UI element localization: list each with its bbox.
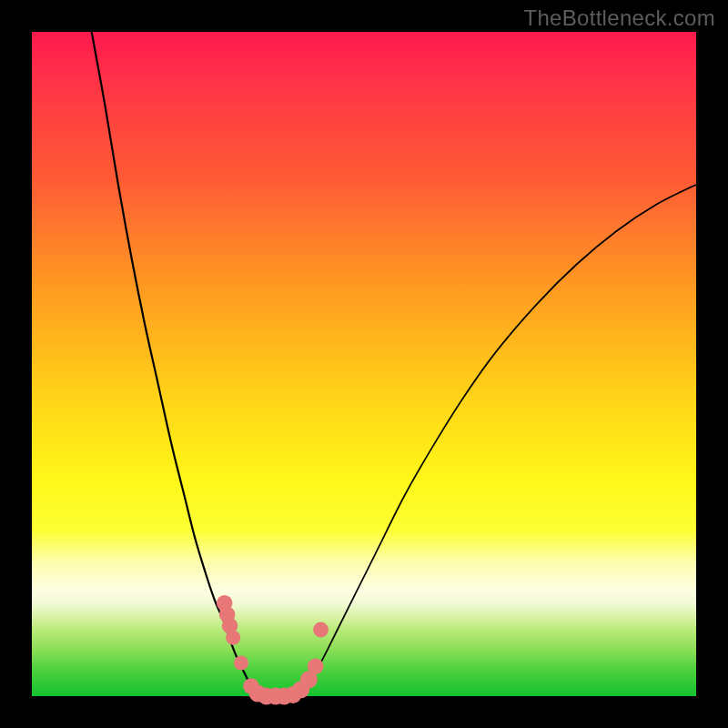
plot-area	[32, 32, 696, 696]
watermark-text: TheBottleneck.com	[523, 5, 715, 31]
curve-right	[298, 185, 696, 696]
marker-dot	[234, 655, 248, 670]
marker-dot	[308, 658, 324, 674]
marker-dot	[226, 631, 240, 645]
marker-dot	[313, 622, 329, 638]
curve-left	[92, 32, 258, 696]
chart-frame: TheBottleneck.com	[0, 0, 728, 728]
chart-svg	[32, 32, 696, 696]
